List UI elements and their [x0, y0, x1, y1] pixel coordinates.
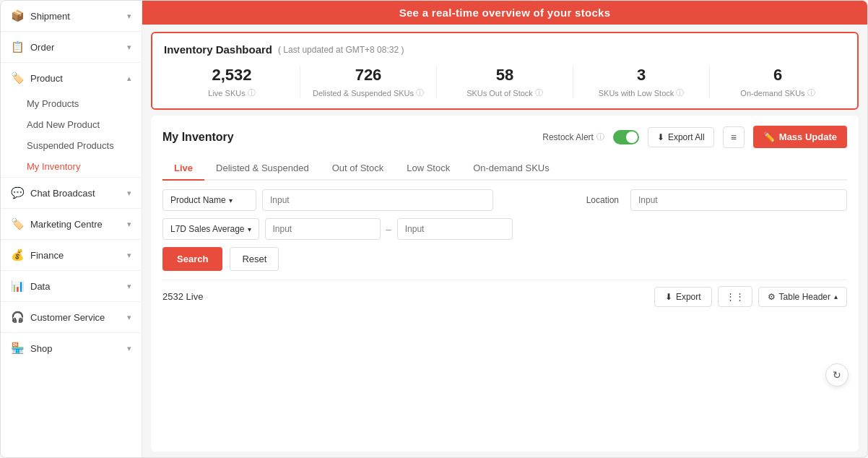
sidebar-item-data[interactable]: 📊 Data ▾ [1, 271, 142, 301]
sidebar-label-data: Data [30, 281, 50, 292]
banner-text: See a real-time overview of your stocks [399, 7, 611, 19]
dashboard-title: Inventory Dashboard [164, 43, 272, 56]
stat-low-stock: 3 SKUs with Low Stock ⓘ [573, 66, 710, 98]
stat-low-stock-label: SKUs with Low Stock ⓘ [579, 87, 703, 98]
inventory-title: My Inventory [162, 131, 234, 144]
info-icon[interactable]: ⓘ [535, 87, 543, 98]
stat-low-stock-number: 3 [579, 66, 703, 85]
chevron-down-icon: ▾ [127, 12, 131, 21]
stat-live-skus: 2,532 Live SKUs ⓘ [164, 66, 300, 98]
product-name-input[interactable] [262, 189, 493, 211]
customer-service-icon: 🎧 [11, 311, 25, 324]
sidebar-label-order: Order [30, 42, 54, 53]
restock-alert-label: Restock Alert ⓘ [542, 131, 604, 142]
sidebar-item-shipment[interactable]: 📦 Shipment ▾ [1, 1, 142, 31]
chevron-down-icon: ▾ [127, 189, 131, 198]
chevron-down-icon: ▾ [127, 344, 131, 353]
product-name-select[interactable]: Product Name ▾ [162, 189, 256, 211]
sidebar-label-marketing: Marketing Centre [30, 219, 103, 230]
stat-delisted-number: 726 [306, 66, 430, 85]
stat-delisted: 726 Delisted & Suspended SKUs ⓘ [300, 66, 437, 98]
columns-button[interactable]: ≡ [723, 126, 745, 148]
info-icon[interactable]: ⓘ [807, 87, 815, 98]
dashboard-subtitle: ( Last updated at GMT+8 08:32 ) [278, 45, 404, 55]
search-button[interactable]: Search [162, 247, 222, 271]
stat-on-demand: 6 On-demand SKUs ⓘ [710, 66, 846, 98]
export-button[interactable]: ⬇ Export [654, 287, 712, 307]
info-icon[interactable]: ⓘ [676, 87, 684, 98]
sidebar-item-finance[interactable]: 💰 Finance ▾ [1, 240, 142, 270]
info-icon[interactable]: ⓘ [596, 131, 604, 142]
sidebar-item-suspended-products[interactable]: Suspended Products [1, 135, 142, 156]
range-dash: – [386, 224, 391, 235]
sidebar-item-add-new-product[interactable]: Add New Product [1, 114, 142, 135]
sidebar-label-shop: Shop [30, 343, 52, 354]
dashboard-header: Inventory Dashboard ( Last updated at GM… [164, 43, 846, 56]
tab-low-stock[interactable]: Low Stock [395, 157, 461, 181]
list-view-button[interactable]: ⋮⋮ [718, 286, 752, 307]
l7d-to-input[interactable] [397, 218, 513, 240]
sidebar-label-finance: Finance [30, 250, 64, 261]
tab-live[interactable]: Live [162, 157, 204, 181]
chevron-up-icon: ▴ [127, 74, 131, 83]
gear-icon: ⚙ [768, 292, 776, 302]
promo-banner: See a real-time overview of your stocks [142, 1, 867, 25]
tab-out-of-stock[interactable]: Out of Stock [321, 157, 396, 181]
bottom-controls: ⬇ Export ⋮⋮ ⚙ Table Header ▴ [654, 286, 847, 307]
sidebar-item-marketing[interactable]: 🏷️ Marketing Centre ▾ [1, 209, 142, 239]
inventory-header: My Inventory Restock Alert ⓘ ⬇ Export Al… [162, 126, 847, 148]
sidebar-label-customer-service: Customer Service [30, 312, 105, 323]
stat-out-of-stock-number: 58 [443, 66, 567, 85]
l7d-select[interactable]: L7D Sales Average ▾ [162, 218, 259, 240]
tab-delisted-suspended[interactable]: Delisted & Suspended [204, 157, 321, 181]
shipment-icon: 📦 [11, 9, 25, 22]
toggle-knob [626, 131, 638, 143]
tab-on-demand-skus[interactable]: On-demand SKUs [461, 157, 561, 181]
stat-out-of-stock-label: SKUs Out of Stock ⓘ [443, 87, 567, 98]
table-header-button[interactable]: ⚙ Table Header ▴ [758, 287, 847, 307]
sidebar: 📦 Shipment ▾ 📋 Order ▾ 🏷️ Product ▴ My P… [1, 1, 142, 457]
export-all-button[interactable]: ⬇ Export All [648, 127, 714, 147]
location-input[interactable] [630, 189, 847, 211]
stat-live-skus-number: 2,532 [170, 66, 294, 85]
sidebar-item-order[interactable]: 📋 Order ▾ [1, 32, 142, 62]
inventory-tabs: Live Delisted & Suspended Out of Stock L… [162, 157, 847, 181]
chevron-down-icon: ▾ [127, 220, 131, 229]
sidebar-item-product[interactable]: 🏷️ Product ▴ [1, 63, 142, 93]
inventory-dashboard: Inventory Dashboard ( Last updated at GM… [151, 32, 859, 110]
l7d-from-input[interactable] [265, 218, 381, 240]
location-label: Location [586, 195, 619, 205]
download-icon: ⬇ [665, 292, 672, 302]
reset-button[interactable]: Reset [230, 247, 279, 271]
sidebar-label-chat: Chat Broadcast [30, 188, 95, 199]
mass-update-button[interactable]: ✏️ Mass Update [753, 126, 847, 148]
info-icon[interactable]: ⓘ [416, 87, 424, 98]
my-inventory-section: My Inventory Restock Alert ⓘ ⬇ Export Al… [151, 116, 859, 451]
filter-row-1: Product Name ▾ Location [162, 189, 847, 211]
chat-icon: 💬 [11, 186, 25, 199]
stat-on-demand-label: On-demand SKUs ⓘ [716, 87, 840, 98]
results-bottom-bar: 2532 Live ⬇ Export ⋮⋮ ⚙ Table Header ▴ [162, 280, 847, 313]
filter-row-2: L7D Sales Average ▾ – [162, 218, 847, 240]
sidebar-item-chat-broadcast[interactable]: 💬 Chat Broadcast ▾ [1, 178, 142, 208]
sidebar-item-my-products[interactable]: My Products [1, 93, 142, 114]
stat-delisted-label: Delisted & Suspended SKUs ⓘ [306, 87, 430, 98]
sidebar-label-product: Product [30, 73, 63, 84]
sidebar-item-shop[interactable]: 🏪 Shop ▾ [1, 333, 142, 363]
finance-icon: 💰 [11, 249, 25, 262]
sidebar-item-my-inventory[interactable]: My Inventory [1, 156, 142, 177]
sidebar-item-customer-service[interactable]: 🎧 Customer Service ▾ [1, 302, 142, 332]
sidebar-label-shipment: Shipment [30, 11, 70, 22]
stat-live-skus-label: Live SKUs ⓘ [170, 87, 294, 98]
info-icon[interactable]: ⓘ [248, 87, 256, 98]
chevron-down-icon: ▾ [127, 282, 131, 291]
shop-icon: 🏪 [11, 342, 25, 355]
main-content: See a real-time overview of your stocks … [142, 1, 867, 457]
stat-out-of-stock: 58 SKUs Out of Stock ⓘ [437, 66, 573, 98]
inventory-controls: Restock Alert ⓘ ⬇ Export All ≡ ✏️ Mass U… [542, 126, 847, 148]
refresh-fab-button[interactable]: ↻ [825, 363, 849, 386]
restock-alert-toggle[interactable] [613, 130, 639, 144]
order-icon: 📋 [11, 40, 25, 53]
chevron-down-icon: ▾ [127, 251, 131, 260]
action-buttons: Search Reset [162, 247, 847, 271]
